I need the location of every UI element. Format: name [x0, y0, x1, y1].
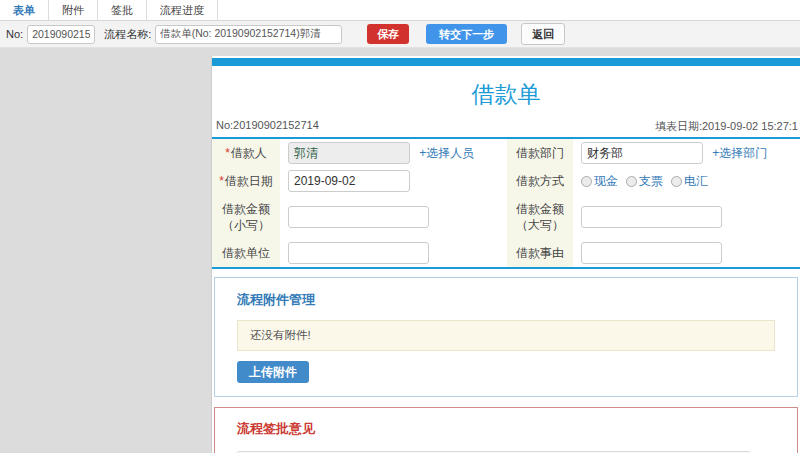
- main-area: 借款单 No:20190902152714 填表日期:2019-09-02 15…: [0, 48, 800, 453]
- action-toolbar: No: 流程名称: 保存 转交下一步 返回: [0, 21, 800, 48]
- table-row: *借款日期 借款方式 现金 支票: [212, 167, 800, 195]
- radio-cash[interactable]: 现金: [581, 173, 618, 190]
- save-button[interactable]: 保存: [367, 24, 409, 44]
- attachments-panel: 流程附件管理 还没有附件! 上传附件: [214, 277, 798, 397]
- loan-form-table: *借款人 +选择人员 借款部门 +选择部门 *借款日期: [212, 139, 800, 269]
- reason-input[interactable]: [581, 242, 722, 264]
- flow-name-input[interactable]: [155, 25, 342, 44]
- radio-cheque-label: 支票: [639, 173, 663, 190]
- back-button[interactable]: 返回: [521, 23, 565, 45]
- forward-next-step-button[interactable]: 转交下一步: [426, 24, 507, 44]
- document-title: 借款单: [212, 79, 800, 110]
- borrow-method-label: 借款方式: [507, 167, 573, 195]
- borrower-label: 借款人: [231, 146, 267, 160]
- document-no: No:20190902152714: [216, 119, 319, 134]
- approval-heading: 流程签批意见: [237, 420, 775, 438]
- borrower-input[interactable]: [288, 142, 410, 164]
- radio-circle-icon: [581, 176, 592, 187]
- borrow-date-input[interactable]: [288, 170, 410, 192]
- department-input[interactable]: [581, 142, 703, 164]
- tab-attachments[interactable]: 附件: [49, 0, 98, 20]
- document-info-row: No:20190902152714 填表日期:2019-09-02 15:27:…: [212, 119, 800, 139]
- reason-label: 借款事由: [507, 239, 573, 268]
- department-field-cell: +选择部门: [573, 139, 800, 167]
- amount-small-input[interactable]: [288, 206, 429, 228]
- radio-wire[interactable]: 电汇: [671, 173, 708, 190]
- borrow-date-label: 借款日期: [225, 174, 273, 188]
- radio-circle-icon: [671, 176, 682, 187]
- amount-big-input[interactable]: [581, 206, 722, 228]
- unit-field-cell: [280, 239, 507, 268]
- table-row: 借款金额（小写） 借款金额（大写）: [212, 195, 800, 239]
- select-person-link[interactable]: +选择人员: [419, 146, 474, 160]
- document-fill-date: 填表日期:2019-09-02 15:27:1: [655, 119, 798, 134]
- tab-progress[interactable]: 流程进度: [147, 0, 218, 20]
- form-panel: 借款单 No:20190902152714 填表日期:2019-09-02 15…: [211, 56, 800, 453]
- borrower-label-cell: *借款人: [212, 139, 280, 167]
- unit-label: 借款单位: [212, 239, 280, 268]
- amount-big-field-cell: [573, 195, 800, 239]
- approval-panel: 流程签批意见 B I abc A ∞ ∞ ⚑ 1≡ •≡ ⇤ ⇥: [214, 407, 798, 453]
- no-input[interactable]: [27, 25, 95, 44]
- no-label: No:: [6, 28, 23, 40]
- select-department-link[interactable]: +选择部门: [712, 146, 767, 160]
- borrow-method-field-cell: 现金 支票 电汇: [573, 167, 800, 195]
- radio-circle-icon: [626, 176, 637, 187]
- department-label: 借款部门: [507, 139, 573, 167]
- attachments-heading: 流程附件管理: [237, 291, 775, 309]
- borrower-field-cell: +选择人员: [280, 139, 507, 167]
- no-attachments-alert: 还没有附件!: [237, 320, 775, 351]
- tab-form[interactable]: 表单: [0, 0, 49, 20]
- unit-input[interactable]: [288, 242, 429, 264]
- radio-cheque[interactable]: 支票: [626, 173, 663, 190]
- required-asterisk: *: [225, 146, 230, 160]
- required-asterisk: *: [219, 174, 224, 188]
- tab-bar: 表单 附件 签批 流程进度: [0, 0, 800, 21]
- flow-name-label: 流程名称:: [104, 27, 151, 42]
- table-row: *借款人 +选择人员 借款部门 +选择部门: [212, 139, 800, 167]
- tab-approvals[interactable]: 签批: [98, 0, 147, 20]
- table-row: 借款单位 借款事由: [212, 239, 800, 268]
- radio-cash-label: 现金: [594, 173, 618, 190]
- reason-field-cell: [573, 239, 800, 268]
- borrow-date-field-cell: [280, 167, 507, 195]
- upload-attachment-button[interactable]: 上传附件: [237, 361, 309, 383]
- amount-small-field-cell: [280, 195, 507, 239]
- amount-big-label: 借款金额（大写）: [507, 195, 573, 239]
- borrow-date-label-cell: *借款日期: [212, 167, 280, 195]
- radio-wire-label: 电汇: [684, 173, 708, 190]
- amount-small-label: 借款金额（小写）: [212, 195, 280, 239]
- panel-accent-bar: [212, 58, 800, 66]
